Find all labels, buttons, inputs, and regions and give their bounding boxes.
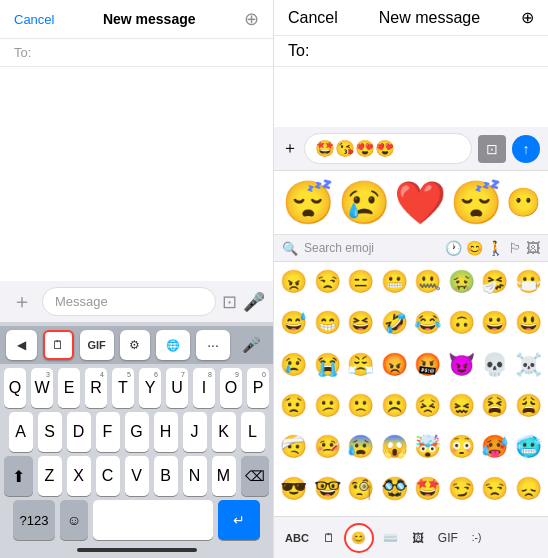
list-item[interactable]: 🥸 <box>379 473 411 505</box>
keyboard-emoji-button[interactable]: 🗒 <box>43 330 74 360</box>
list-item[interactable]: 😎 <box>278 473 310 505</box>
key-g[interactable]: G <box>125 412 149 452</box>
key-y[interactable]: Y6 <box>139 368 161 408</box>
list-item[interactable]: 😣 <box>412 390 444 422</box>
emoji-smiley-button[interactable]: 😊 <box>344 523 374 553</box>
list-item[interactable]: 😭 <box>312 349 344 381</box>
list-item[interactable]: 😒 <box>479 473 511 505</box>
list-item[interactable]: 🤧 <box>479 266 511 298</box>
key-d[interactable]: D <box>67 412 91 452</box>
keyboard-settings-button[interactable]: ⚙ <box>120 330 151 360</box>
key-num[interactable]: ?123 <box>13 500 55 540</box>
emoji-image-button[interactable]: 🖼 <box>407 527 429 549</box>
key-w[interactable]: W3 <box>31 368 53 408</box>
list-item[interactable]: 😑 <box>345 266 377 298</box>
list-item[interactable]: 😠 <box>278 266 310 298</box>
list-item[interactable]: 😃 <box>513 307 545 339</box>
list-item[interactable]: 😅 <box>278 307 310 339</box>
key-c[interactable]: C <box>96 456 120 496</box>
list-item[interactable]: 💀 <box>479 349 511 381</box>
keyboard-language-button[interactable]: 🌐 <box>156 330 190 360</box>
key-space[interactable] <box>93 500 213 540</box>
list-item[interactable]: 😫 <box>479 390 511 422</box>
list-item[interactable]: 😩 <box>513 390 545 422</box>
list-item[interactable]: 😱 <box>379 431 411 463</box>
key-shift[interactable]: ⬆ <box>4 456 33 496</box>
right-add-contact-icon[interactable]: ⊕ <box>521 8 534 27</box>
key-u[interactable]: U7 <box>166 368 188 408</box>
right-doc-button[interactable]: ⊡ <box>478 135 506 163</box>
key-b[interactable]: B <box>154 456 178 496</box>
key-z[interactable]: Z <box>38 456 62 496</box>
emoji-search-input[interactable]: Search emoji <box>304 241 439 255</box>
list-item[interactable]: 🤬 <box>412 349 444 381</box>
list-item[interactable]: 🧐 <box>345 473 377 505</box>
right-cancel-button[interactable]: Cancel <box>288 9 338 27</box>
list-item[interactable]: 😀 <box>479 307 511 339</box>
emoji-sticker-button[interactable]: 🗒 <box>318 527 340 549</box>
key-s[interactable]: S <box>38 412 62 452</box>
list-item[interactable]: 🤓 <box>312 473 344 505</box>
key-enter[interactable]: ↵ <box>218 500 260 540</box>
key-q[interactable]: Q <box>4 368 26 408</box>
key-a[interactable]: A <box>9 412 33 452</box>
list-item[interactable]: 😞 <box>513 473 545 505</box>
key-i[interactable]: I8 <box>193 368 215 408</box>
right-send-button[interactable]: ↑ <box>512 135 540 163</box>
key-n[interactable]: N <box>183 456 207 496</box>
left-plus-button[interactable]: ＋ <box>8 288 36 315</box>
list-item[interactable]: 😤 <box>345 349 377 381</box>
list-item[interactable]: 😟 <box>278 390 310 422</box>
key-e[interactable]: E <box>58 368 80 408</box>
key-l[interactable]: L <box>241 412 265 452</box>
keyboard-back-button[interactable]: ◀ <box>6 330 37 360</box>
emoji-text-emoji-button[interactable]: :-) <box>467 528 486 547</box>
key-f[interactable]: F <box>96 412 120 452</box>
list-item[interactable]: 🙃 <box>446 307 478 339</box>
list-item[interactable]: 😏 <box>446 473 478 505</box>
key-x[interactable]: X <box>67 456 91 496</box>
list-item[interactable]: 😁 <box>312 307 344 339</box>
list-item[interactable]: 😂 <box>412 307 444 339</box>
list-item[interactable]: 🥶 <box>513 431 545 463</box>
key-p[interactable]: P0 <box>247 368 269 408</box>
list-item[interactable]: 😰 <box>345 431 377 463</box>
add-contact-icon[interactable]: ⊕ <box>244 8 259 30</box>
emoji-keyboard-button[interactable]: ⌨️ <box>378 527 403 549</box>
list-item[interactable]: 😒 <box>312 266 344 298</box>
list-item[interactable]: 🤐 <box>412 266 444 298</box>
key-k[interactable]: K <box>212 412 236 452</box>
list-item[interactable]: 😈 <box>446 349 478 381</box>
keyboard-gif-button[interactable]: GIF <box>80 330 114 360</box>
key-j[interactable]: J <box>183 412 207 452</box>
list-item[interactable]: ☠️ <box>513 349 545 381</box>
left-cancel-button[interactable]: Cancel <box>14 12 54 27</box>
right-message-input-area[interactable]: 🤩😘😍😍 <box>304 133 472 164</box>
list-item[interactable]: 😖 <box>446 390 478 422</box>
list-item[interactable]: 🤕 <box>278 431 310 463</box>
right-plus-button[interactable]: ＋ <box>282 138 298 159</box>
keyboard-mic-button[interactable]: 🎤 <box>236 330 267 360</box>
list-item[interactable]: 😢 <box>278 349 310 381</box>
emoji-abc-button[interactable]: ABC <box>280 529 314 547</box>
list-item[interactable]: 🤩 <box>412 473 444 505</box>
key-backspace[interactable]: ⌫ <box>241 456 270 496</box>
list-item[interactable]: 😬 <box>379 266 411 298</box>
list-item[interactable]: 😆 <box>345 307 377 339</box>
list-item[interactable]: 🥵 <box>479 431 511 463</box>
key-emoji[interactable]: ☺ <box>60 500 88 540</box>
key-h[interactable]: H <box>154 412 178 452</box>
emoji-gif-button[interactable]: GIF <box>433 527 463 549</box>
key-t[interactable]: T5 <box>112 368 134 408</box>
key-o[interactable]: O9 <box>220 368 242 408</box>
list-item[interactable]: 😡 <box>379 349 411 381</box>
key-m[interactable]: M <box>212 456 236 496</box>
list-item[interactable]: 🙁 <box>345 390 377 422</box>
list-item[interactable]: 🤢 <box>446 266 478 298</box>
key-v[interactable]: V <box>125 456 149 496</box>
list-item[interactable]: 😕 <box>312 390 344 422</box>
left-message-input[interactable]: Message <box>42 287 216 316</box>
keyboard-more-button[interactable]: ··· <box>196 330 230 360</box>
left-doc-icon[interactable]: ⊡ <box>222 291 237 313</box>
list-item[interactable]: 😷 <box>513 266 545 298</box>
